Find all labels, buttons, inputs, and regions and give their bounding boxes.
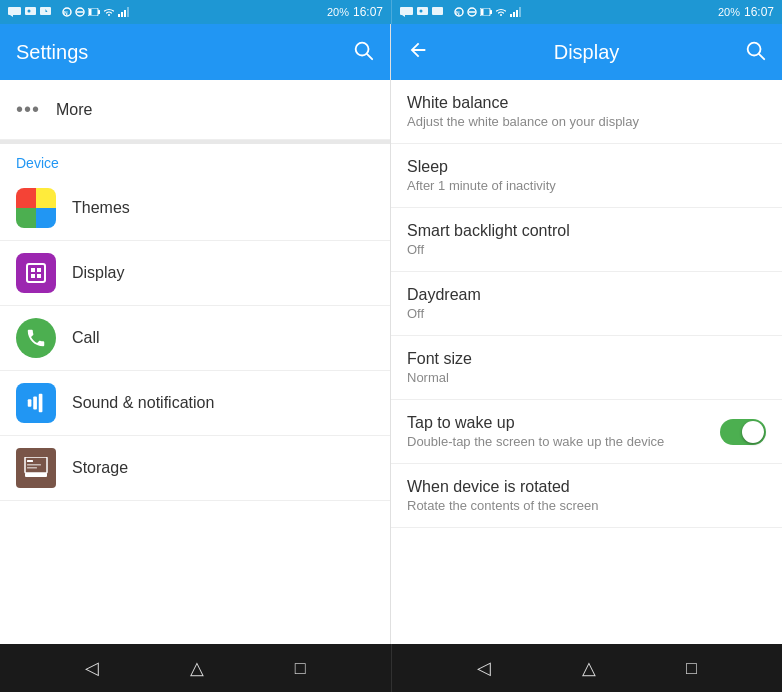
sleep-item[interactable]: Sleep After 1 minute of inactivity xyxy=(391,144,782,208)
battery-small-icon xyxy=(88,8,100,16)
svg-rect-37 xyxy=(16,208,36,228)
settings-header: Settings xyxy=(0,24,390,80)
device-section-header: Device xyxy=(0,144,390,176)
left-recent-nav-button[interactable]: □ xyxy=(295,658,306,679)
font-size-item[interactable]: Font size Normal xyxy=(391,336,782,400)
r-back-nav-icon: ◁ xyxy=(477,658,491,678)
right-recent-nav-button[interactable]: □ xyxy=(686,658,697,679)
call-item[interactable]: Call xyxy=(0,306,390,371)
battery-percent-left: 20% xyxy=(327,6,349,18)
svg-rect-32 xyxy=(519,7,521,17)
svg-rect-21 xyxy=(432,7,443,15)
svg-rect-46 xyxy=(39,394,43,412)
svg-marker-1 xyxy=(10,15,13,17)
r-blocked-icon xyxy=(467,7,477,17)
tap-wake-title: Tap to wake up xyxy=(407,414,708,432)
svg-line-53 xyxy=(759,54,764,59)
display-header: Display xyxy=(391,24,782,80)
svg-rect-17 xyxy=(400,7,413,15)
sound-item[interactable]: Sound & notification xyxy=(0,371,390,436)
svg-rect-0 xyxy=(8,7,21,15)
display-search-icon xyxy=(744,39,766,61)
svg-rect-16 xyxy=(127,7,129,17)
svg-rect-28 xyxy=(481,9,484,15)
back-nav-icon: ◁ xyxy=(85,658,99,678)
display-icon xyxy=(16,253,56,293)
display-label: Display xyxy=(72,264,124,282)
right-back-nav-button[interactable]: ◁ xyxy=(477,657,491,679)
more-dots-icon: ••• xyxy=(16,98,40,121)
daydream-sub: Off xyxy=(407,306,766,321)
daydream-title: Daydream xyxy=(407,286,766,304)
back-arrow-icon xyxy=(407,39,429,61)
time-right: 16:07 xyxy=(744,5,774,19)
r-photo-icon xyxy=(417,7,429,17)
white-balance-title: White balance xyxy=(407,94,766,112)
daydream-item[interactable]: Daydream Off xyxy=(391,272,782,336)
svg-rect-13 xyxy=(118,14,120,17)
svg-rect-40 xyxy=(31,268,35,272)
svg-rect-50 xyxy=(27,464,41,466)
svg-line-34 xyxy=(367,54,372,59)
svg-rect-14 xyxy=(121,12,123,17)
themes-icon xyxy=(16,188,56,228)
right-status-icons: N xyxy=(400,7,522,17)
r-home-nav-icon: △ xyxy=(582,658,596,678)
storage-item[interactable]: Storage xyxy=(0,436,390,501)
rotation-item[interactable]: When device is rotated Rotate the conten… xyxy=(391,464,782,528)
white-balance-sub: Adjust the white balance on your display xyxy=(407,114,766,129)
sound-icon xyxy=(16,383,56,423)
smart-backlight-sub: Off xyxy=(407,242,766,257)
tap-wake-sub: Double-tap the screen to wake up the dev… xyxy=(407,434,708,449)
svg-text:N: N xyxy=(456,10,460,16)
svg-rect-35 xyxy=(16,188,36,208)
tap-wake-item[interactable]: Tap to wake up Double-tap the screen to … xyxy=(391,400,782,464)
font-size-title: Font size xyxy=(407,350,766,368)
smart-backlight-item[interactable]: Smart backlight control Off xyxy=(391,208,782,272)
r-signal-icon xyxy=(510,7,522,17)
r-download-icon xyxy=(432,7,444,17)
search-icon xyxy=(352,39,374,61)
time-left: 16:07 xyxy=(353,5,383,19)
r-message-icon xyxy=(400,7,414,17)
svg-rect-31 xyxy=(516,10,518,17)
svg-rect-41 xyxy=(37,268,41,272)
svg-rect-15 xyxy=(124,10,126,17)
r-battery-small-icon xyxy=(480,8,492,16)
more-item[interactable]: ••• More xyxy=(0,80,390,140)
settings-search-button[interactable] xyxy=(352,39,374,65)
svg-rect-12 xyxy=(89,9,92,15)
settings-title: Settings xyxy=(16,41,88,64)
tap-wake-info: Tap to wake up Double-tap the screen to … xyxy=(407,414,708,449)
display-search-button[interactable] xyxy=(744,39,766,65)
svg-text:N: N xyxy=(64,10,68,16)
display-header-title: Display xyxy=(441,41,732,64)
call-icon xyxy=(16,318,56,358)
themes-item[interactable]: Themes xyxy=(0,176,390,241)
svg-rect-45 xyxy=(33,397,37,410)
storage-label: Storage xyxy=(72,459,128,477)
svg-rect-51 xyxy=(27,467,37,469)
sleep-title: Sleep xyxy=(407,158,766,176)
svg-rect-42 xyxy=(31,274,35,278)
svg-rect-38 xyxy=(36,208,56,228)
more-label: More xyxy=(56,101,92,119)
svg-rect-44 xyxy=(28,399,32,406)
right-home-nav-button[interactable]: △ xyxy=(582,657,596,679)
r-recent-nav-icon: □ xyxy=(686,658,697,678)
left-back-nav-button[interactable]: ◁ xyxy=(85,657,99,679)
svg-rect-48 xyxy=(25,473,47,477)
call-label: Call xyxy=(72,329,100,347)
svg-rect-27 xyxy=(490,10,492,14)
sound-label: Sound & notification xyxy=(72,394,214,412)
left-home-nav-button[interactable]: △ xyxy=(190,657,204,679)
tap-wake-toggle[interactable] xyxy=(720,419,766,445)
white-balance-item[interactable]: White balance Adjust the white balance o… xyxy=(391,80,782,144)
themes-label: Themes xyxy=(72,199,130,217)
wifi-icon xyxy=(103,7,115,17)
back-button[interactable] xyxy=(407,39,429,65)
display-item[interactable]: Display xyxy=(0,241,390,306)
svg-marker-18 xyxy=(402,15,405,17)
left-status-icons: N xyxy=(8,7,130,17)
svg-rect-49 xyxy=(27,460,33,462)
